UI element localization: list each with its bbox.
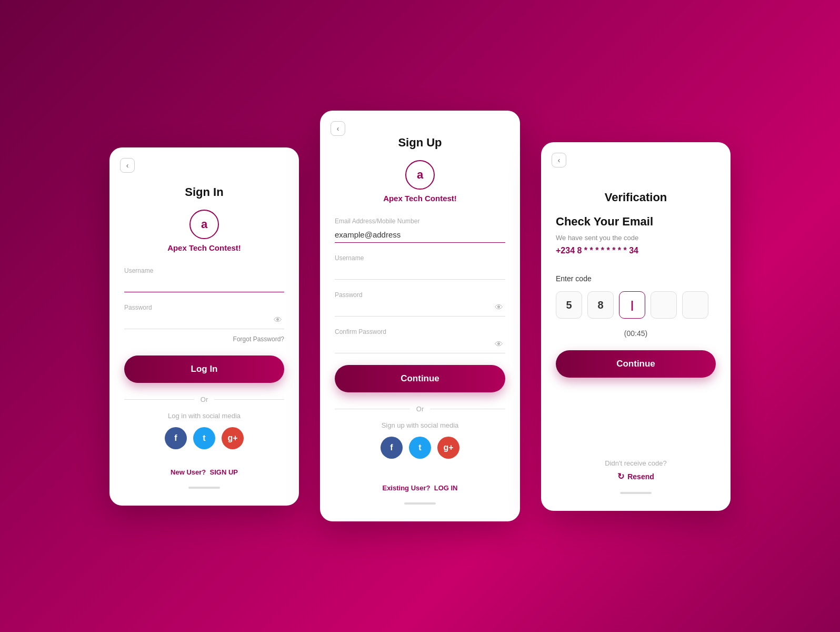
signup-back-button[interactable]: ‹ bbox=[331, 121, 345, 136]
verification-card: ‹ Verification Check Your Email We have … bbox=[541, 142, 731, 511]
code-box-5[interactable] bbox=[682, 291, 708, 319]
resend-button[interactable]: ↻ Resend bbox=[617, 471, 654, 481]
verification-timer: (00:45) bbox=[624, 329, 647, 338]
signup-confirm-password-label: Confirm Password bbox=[335, 328, 505, 335]
resend-icon: ↻ bbox=[617, 471, 624, 481]
code-box-3[interactable]: | bbox=[619, 291, 645, 319]
signup-confirm-password-input[interactable] bbox=[335, 338, 505, 353]
signup-email-group: Email Address/Mobile Number bbox=[335, 218, 505, 243]
signup-username-group: Username bbox=[335, 254, 505, 280]
signup-social-label: Sign up with social media bbox=[382, 421, 459, 429]
no-code-text: Didn't receive code? bbox=[605, 459, 666, 467]
signup-password-label: Password bbox=[335, 291, 505, 299]
signin-facebook-button[interactable]: f bbox=[165, 427, 187, 449]
signin-or-divider: Or bbox=[124, 396, 284, 403]
code-input-row: 5 8 | bbox=[556, 291, 708, 319]
signup-google-button[interactable]: g+ bbox=[437, 437, 459, 459]
signup-password-group: Password 👁 bbox=[335, 291, 505, 317]
signin-twitter-button[interactable]: t bbox=[193, 427, 215, 449]
code-box-2[interactable]: 8 bbox=[587, 291, 614, 319]
verify-back-button[interactable]: ‹ bbox=[552, 153, 566, 167]
signin-username-group: Username bbox=[124, 267, 284, 292]
signin-google-button[interactable]: g+ bbox=[222, 427, 244, 449]
signin-back-button[interactable]: ‹ bbox=[120, 158, 135, 173]
signin-new-user-text: New User? bbox=[171, 468, 206, 476]
check-email-title: Check Your Email bbox=[556, 215, 653, 229]
signup-facebook-button[interactable]: f bbox=[381, 437, 403, 459]
signin-social-label: Log in with social media bbox=[168, 412, 241, 420]
signup-card: ‹ Sign Up a Apex Tech Contest! Email Add… bbox=[320, 111, 520, 521]
signup-password-eye-icon[interactable]: 👁 bbox=[495, 303, 503, 312]
signin-username-label: Username bbox=[124, 267, 284, 274]
signin-password-group: Password 👁 bbox=[124, 304, 284, 329]
signin-title: Sign In bbox=[124, 185, 284, 199]
code-box-4[interactable] bbox=[651, 291, 677, 319]
signup-logo-letter: a bbox=[417, 168, 423, 182]
verify-continue-button[interactable]: Continue bbox=[556, 350, 716, 378]
signup-password-input[interactable] bbox=[335, 301, 505, 317]
resend-label: Resend bbox=[627, 472, 654, 481]
enter-code-label: Enter code bbox=[556, 274, 592, 283]
masked-number: +234 8 * * * * * * * * 34 bbox=[556, 246, 638, 255]
signin-username-input[interactable] bbox=[124, 276, 284, 292]
signin-login-button[interactable]: Log In bbox=[124, 355, 284, 383]
signup-confirm-eye-icon[interactable]: 👁 bbox=[495, 340, 503, 349]
signin-or-text: Or bbox=[194, 396, 214, 403]
signin-password-label: Password bbox=[124, 304, 284, 311]
signin-logo-letter: a bbox=[201, 218, 207, 231]
signup-social-icons: f t g+ bbox=[381, 437, 459, 459]
signin-card: ‹ Sign In a Apex Tech Contest! Username … bbox=[109, 147, 299, 506]
verify-title: Verification bbox=[556, 191, 716, 204]
signup-logo: a bbox=[405, 160, 435, 190]
signin-signup-link[interactable]: SIGN UP bbox=[209, 468, 237, 476]
signup-existing-user-section: Existing User? LOG IN bbox=[382, 484, 457, 492]
code-box-1[interactable]: 5 bbox=[556, 291, 582, 319]
signup-email-input[interactable] bbox=[335, 227, 505, 243]
signup-continue-button[interactable]: Continue bbox=[335, 365, 505, 392]
signup-bottom-bar bbox=[404, 502, 436, 505]
signin-password-input[interactable] bbox=[124, 313, 284, 329]
signin-logo: a bbox=[189, 210, 219, 239]
signin-new-user-section: New User? SIGN UP bbox=[171, 468, 238, 476]
signin-social-icons: f t g+ bbox=[165, 427, 244, 449]
signup-login-link[interactable]: LOG IN bbox=[434, 484, 458, 492]
signin-password-eye-icon[interactable]: 👁 bbox=[274, 315, 282, 325]
signup-confirm-password-group: Confirm Password 👁 bbox=[335, 328, 505, 353]
signup-twitter-button[interactable]: t bbox=[409, 437, 431, 459]
signup-brand-name: Apex Tech Contest! bbox=[383, 194, 457, 203]
verify-bottom-bar bbox=[620, 492, 652, 494]
signup-or-text: Or bbox=[410, 405, 430, 413]
signup-existing-user-text: Existing User? bbox=[382, 484, 430, 492]
signup-title: Sign Up bbox=[335, 136, 505, 150]
signup-email-label: Email Address/Mobile Number bbox=[335, 218, 505, 225]
signup-username-input[interactable] bbox=[335, 264, 505, 280]
signup-username-label: Username bbox=[335, 254, 505, 262]
signin-brand-name: Apex Tech Contest! bbox=[167, 243, 241, 252]
signup-or-divider: Or bbox=[335, 405, 505, 413]
signin-bottom-bar bbox=[188, 487, 220, 489]
resend-section: Didn't receive code? ↻ Resend bbox=[556, 459, 716, 481]
signin-forgot-password[interactable]: Forgot Password? bbox=[124, 335, 284, 343]
sent-code-text: We have sent you the code bbox=[556, 234, 638, 242]
